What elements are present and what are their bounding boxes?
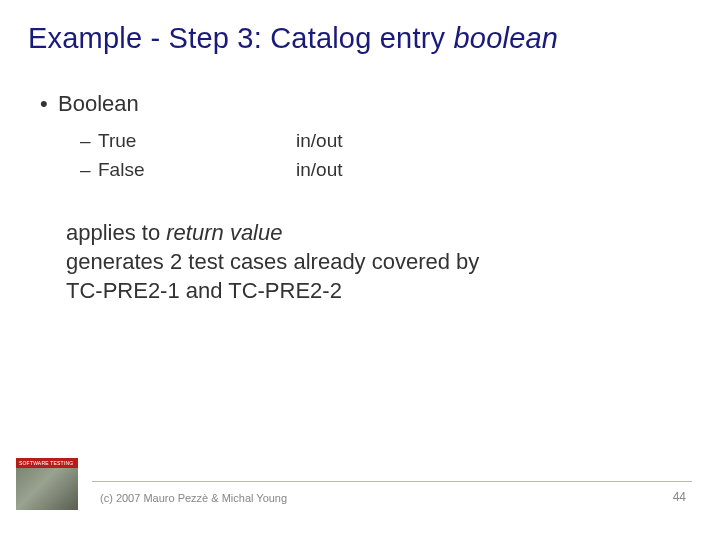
sub-bullet-list: – True in/out – False in/out [80, 127, 692, 184]
body-line1-prefix: applies to [66, 220, 166, 245]
thumb-image [16, 468, 78, 510]
sub-row-false: – False in/out [80, 156, 692, 185]
body-line-3: TC-PRE2-1 and TC-PRE2-2 [66, 276, 692, 305]
book-cover-thumbnail: SOFTWARE TESTING [16, 458, 78, 514]
body-line-1: applies to return value [66, 218, 692, 247]
sub-row-true: – True in/out [80, 127, 692, 156]
body-text: applies to return value generates 2 test… [66, 218, 692, 305]
thumb-title-bar: SOFTWARE TESTING [16, 458, 78, 468]
slide: Example - Step 3: Catalog entry boolean … [0, 0, 720, 540]
sub-value: in/out [296, 156, 342, 185]
title-italic: boolean [454, 22, 559, 54]
slide-title: Example - Step 3: Catalog entry boolean [28, 22, 692, 55]
bullet-dot: • [40, 91, 58, 117]
footer-divider [92, 481, 692, 482]
dash-icon: – [80, 127, 98, 156]
sub-value: in/out [296, 127, 342, 156]
sub-label: True [98, 127, 296, 156]
copyright-text: (c) 2007 Mauro Pezzè & Michal Young [100, 492, 287, 504]
sub-label: False [98, 156, 296, 185]
body-line1-italic: return value [166, 220, 282, 245]
dash-icon: – [80, 156, 98, 185]
title-prefix: Example - Step 3: Catalog entry [28, 22, 454, 54]
body-line-2: generates 2 test cases already covered b… [66, 247, 692, 276]
bullet-boolean: •Boolean [40, 91, 692, 117]
bullet-label: Boolean [58, 91, 139, 116]
page-number: 44 [673, 490, 686, 504]
